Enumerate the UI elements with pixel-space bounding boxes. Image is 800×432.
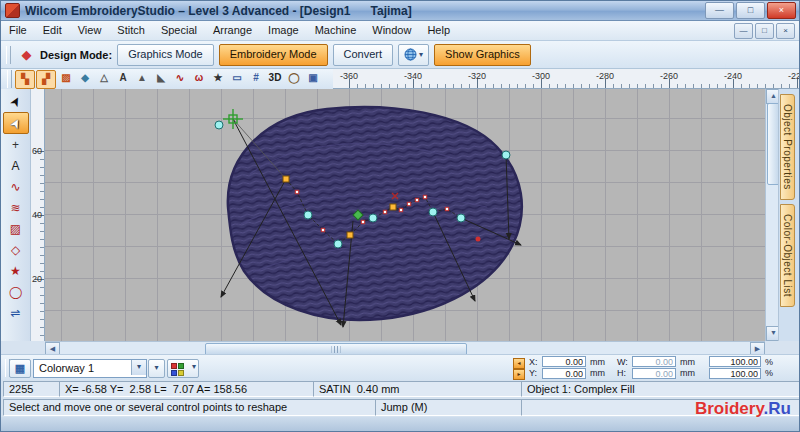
palette-swatches [171,363,184,376]
graphics-mode-button[interactable]: Graphics Mode [117,44,214,66]
colorway-manager-button[interactable]: ▦ [9,359,31,378]
h-unit-label: mm [680,368,695,379]
run-stitch-icon[interactable]: ▞ [36,70,56,89]
manual-stitch-icon[interactable]: ▚ [15,70,35,89]
w-unit-label: mm [680,357,695,368]
docker-tabs: Object PropertiesColor-Object List [779,94,800,307]
wave-fill-icon[interactable]: ∿ [171,70,189,87]
x-position-input[interactable] [542,356,586,367]
width-input[interactable] [632,356,676,367]
column-c-icon[interactable]: ◣ [152,70,170,87]
3d-view-icon[interactable]: 3D [266,70,284,87]
colorway-back-button[interactable]: ◂ [513,358,525,369]
globe-icon [404,48,417,61]
mdi-restore-button[interactable]: □ [755,23,774,39]
triple-run-icon[interactable]: ▨ [57,70,75,87]
scrollbar-corner [1,341,45,354]
shapes-tool[interactable]: ◇ [4,240,28,260]
overview-window-icon[interactable]: ▣ [304,70,322,87]
color-swatch [178,363,184,369]
toolbar-grip[interactable] [7,70,12,88]
close-button[interactable]: × [767,2,796,19]
rectangle-shape-icon[interactable]: ▭ [228,70,246,87]
lettering-icon[interactable]: A [114,70,132,87]
lettering-tool[interactable]: A [4,156,28,176]
menu-image[interactable]: Image [260,21,307,40]
measure-tool[interactable]: + [4,135,28,155]
design-mode-label: Design Mode: [40,49,112,61]
scale-x-percent-label: % [765,357,773,368]
h-ruler-label: -280 [596,71,614,81]
grid-toggle-icon[interactable]: # [247,70,265,87]
menu-stitch[interactable]: Stitch [109,21,153,40]
ellipse-tool[interactable]: ◯ [4,282,28,302]
colorway-selected-value: Colorway 1 [39,361,94,376]
window-frame-bottom [1,417,799,432]
vertical-scrollbar[interactable]: ▲ ▼ [765,89,778,341]
run-tool[interactable]: ∿ [4,177,28,197]
motif-run-icon[interactable]: ◆ [76,70,94,87]
scale-x-input[interactable] [709,356,761,367]
show-graphics-button[interactable]: Show Graphics [434,44,531,66]
mdi-minimize-button[interactable]: — [734,23,753,39]
horizontal-scrollbar[interactable]: ◀ ▶ [45,341,765,354]
status-bar: 2255 X= -6.58 Y= 2.58 L= 7.07 A= 158.56 … [1,380,799,398]
thread-colors-button[interactable]: ▾ [167,359,199,378]
palette-dropdown-arrow-icon: ▾ [192,362,196,371]
design-canvas[interactable] [45,89,765,341]
scale-y-input[interactable] [709,368,761,379]
menu-machine[interactable]: Machine [307,21,365,40]
mirror-merge-tool[interactable]: ⇌ [4,303,28,323]
star-tool[interactable]: ★ [4,261,28,281]
hoop-toggle-icon[interactable]: ◯ [285,70,303,87]
menu-edit[interactable]: Edit [35,21,70,40]
x-label: X: [529,357,538,368]
reshape-object-tool[interactable]: ➤ [3,112,29,134]
h-ruler-label: -340 [404,71,422,81]
ruler-ticks-major [35,151,44,341]
v-ruler-label: 60 [31,146,43,156]
docker-tab-color-object-list[interactable]: Color-Object List [780,204,795,307]
colorway-dropdown-arrow-icon[interactable]: ▾ [131,360,146,375]
colorway-forward-button[interactable]: ▸ [513,369,525,380]
mdi-close-button[interactable]: × [776,23,795,39]
motif-fill-icon[interactable]: ω [190,70,208,87]
window-title: Wilcom EmbroideryStudio – Level 3 Advanc… [25,4,705,18]
colorway-toolbar: ▦ Colorway 1 ▾ ▾ ▾ ◂ ▸ X: mm W: mm % Y: … [1,354,799,380]
color-swatch [171,370,177,376]
menu-file[interactable]: File [1,21,35,40]
colorway-list-button[interactable]: ▾ [148,359,165,378]
minimize-button[interactable]: — [705,2,734,19]
docker-tab-object-properties[interactable]: Object Properties [780,94,795,200]
h-ruler-label: -260 [660,71,678,81]
star-shape-icon[interactable]: ★ [209,70,227,87]
anchor-marker[interactable] [223,109,243,129]
column-a-icon[interactable]: △ [95,70,113,87]
menu-special[interactable]: Special [153,21,205,40]
prompt-bar: Select and move one or several control p… [1,398,799,417]
maximize-button[interactable]: □ [736,2,765,19]
travel-mode: Jump (M) [375,399,531,416]
embroidery-mode-button[interactable]: Embroidery Mode [219,44,328,66]
selected-object-info: Object 1: Complex Fill [521,381,800,397]
hoop-globe-button[interactable]: ▾ [398,44,429,66]
convert-button[interactable]: Convert [333,44,394,66]
menu-window[interactable]: Window [364,21,419,40]
satin-tool[interactable]: ≋ [4,198,28,218]
menu-arrange[interactable]: Arrange [205,21,260,40]
fill-tool[interactable]: ▨ [4,219,28,239]
h-ruler-label: -300 [532,71,550,81]
h-ruler-label: -240 [724,71,742,81]
toolbar-grip[interactable] [6,46,11,64]
y-position-input[interactable] [542,368,586,379]
stitch-toolbar: ▚▞▨◆△A▲◣∿ω★▭#3D◯▣ [1,69,333,89]
embroidery-object[interactable] [228,107,522,320]
menu-help[interactable]: Help [419,21,458,40]
h-ruler-label: -360 [340,71,358,81]
height-input[interactable] [632,368,676,379]
select-object-tool[interactable]: ➤ [4,91,28,111]
embroidery-design-svg[interactable] [45,89,765,341]
menu-view[interactable]: View [70,21,110,40]
colorway-select[interactable]: Colorway 1 ▾ [33,359,147,378]
column-b-icon[interactable]: ▲ [133,70,151,87]
